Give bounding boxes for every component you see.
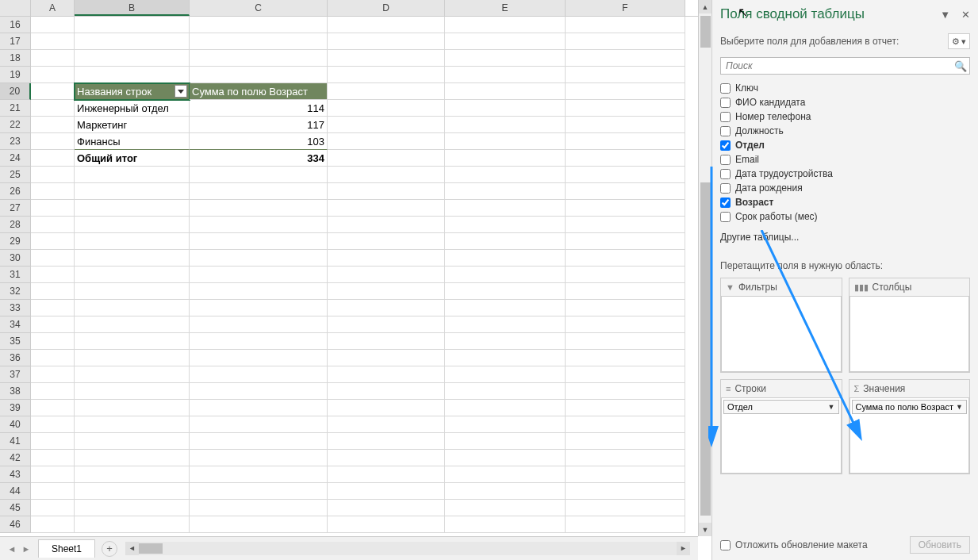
cell-C39[interactable] — [190, 400, 328, 416]
row-header-20[interactable]: 20 — [0, 83, 31, 100]
field-item-0[interactable]: Ключ — [720, 81, 970, 95]
cell-C19[interactable] — [190, 67, 328, 83]
cell-A26[interactable] — [31, 183, 75, 200]
cell-C32[interactable] — [190, 283, 328, 300]
cell-F30[interactable] — [566, 250, 685, 267]
cell-F29[interactable] — [566, 233, 685, 250]
cell-B22[interactable]: Маркетинг — [75, 117, 190, 133]
cell-B37[interactable] — [75, 366, 190, 383]
row-header-26[interactable]: 26 — [0, 183, 31, 200]
scroll-thumb[interactable] — [700, 16, 711, 48]
cell-C38[interactable] — [190, 383, 328, 400]
cell-E39[interactable] — [445, 400, 566, 416]
pivot-rowlabels-dropdown[interactable] — [175, 85, 187, 98]
horizontal-scrollbar[interactable]: ◄ ► — [125, 542, 690, 555]
cell-C31[interactable] — [190, 267, 328, 283]
field-checkbox-8[interactable] — [720, 198, 731, 208]
cell-F21[interactable] — [566, 100, 685, 117]
cell-B39[interactable] — [75, 400, 190, 416]
cell-A31[interactable] — [31, 267, 75, 283]
cell-F24[interactable] — [566, 150, 685, 167]
cell-C40[interactable] — [190, 416, 328, 433]
field-checkbox-5[interactable] — [720, 155, 731, 165]
cell-C33[interactable] — [190, 300, 328, 316]
cell-C24[interactable]: 334 — [190, 150, 328, 167]
hscroll-right-icon[interactable]: ► — [677, 542, 690, 555]
field-item-9[interactable]: Срок работы (мес) — [720, 209, 970, 224]
scroll-up-icon[interactable]: ▲ — [699, 0, 711, 13]
field-checkbox-7[interactable] — [720, 183, 731, 194]
cell-B45[interactable] — [75, 500, 190, 516]
cell-F32[interactable] — [566, 283, 685, 300]
panel-close-icon[interactable]: ✕ — [961, 9, 970, 21]
search-icon[interactable]: 🔍 — [952, 58, 969, 74]
cell-C44[interactable] — [190, 483, 328, 500]
row-header-16[interactable]: 16 — [0, 17, 31, 33]
hscroll-left-icon[interactable]: ◄ — [125, 542, 139, 555]
row-header-25[interactable]: 25 — [0, 167, 31, 183]
defer-checkbox-input[interactable] — [720, 540, 731, 550]
cell-A41[interactable] — [31, 433, 75, 450]
cell-D35[interactable] — [328, 333, 445, 350]
row-header-44[interactable]: 44 — [0, 483, 31, 500]
cell-C23[interactable]: 103 — [190, 133, 328, 150]
cell-B24[interactable]: Общий итог — [75, 150, 190, 167]
field-item-7[interactable]: Дата рождения — [720, 181, 970, 195]
cell-B29[interactable] — [75, 233, 190, 250]
cell-C20[interactable]: Сумма по полю Возраст — [190, 83, 328, 100]
row-header-36[interactable]: 36 — [0, 350, 31, 366]
cell-A16[interactable] — [31, 17, 75, 33]
cell-D39[interactable] — [328, 400, 445, 416]
cell-E28[interactable] — [445, 217, 566, 233]
field-checkbox-4[interactable] — [720, 140, 731, 151]
cell-B19[interactable] — [75, 67, 190, 83]
cell-D23[interactable] — [328, 133, 445, 150]
cell-F28[interactable] — [566, 217, 685, 233]
field-search-box[interactable]: 🔍 — [720, 57, 970, 75]
scroll-thumb-2[interactable] — [700, 182, 711, 516]
cell-A30[interactable] — [31, 250, 75, 267]
cell-D22[interactable] — [328, 117, 445, 133]
row-header-34[interactable]: 34 — [0, 316, 31, 333]
cell-A17[interactable] — [31, 33, 75, 50]
cell-E21[interactable] — [445, 100, 566, 117]
field-checkbox-1[interactable] — [720, 98, 731, 108]
cell-E17[interactable] — [445, 33, 566, 50]
cell-A24[interactable] — [31, 150, 75, 167]
cell-A19[interactable] — [31, 67, 75, 83]
cell-F39[interactable] — [566, 400, 685, 416]
row-header-45[interactable]: 45 — [0, 500, 31, 516]
chevron-down-icon[interactable]: ▼ — [956, 403, 963, 411]
cell-A23[interactable] — [31, 133, 75, 150]
drop-zone-filters[interactable]: ▼Фильтры — [720, 278, 842, 373]
cell-F20[interactable] — [566, 83, 685, 100]
cell-D26[interactable] — [328, 183, 445, 200]
field-item-5[interactable]: Email — [720, 152, 970, 167]
cell-F46[interactable] — [566, 516, 685, 533]
cell-C45[interactable] — [190, 500, 328, 516]
vertical-scrollbar[interactable]: ▲ ▼ — [698, 0, 711, 536]
cell-A38[interactable] — [31, 383, 75, 400]
cell-E27[interactable] — [445, 200, 566, 217]
cell-F23[interactable] — [566, 133, 685, 150]
cell-A21[interactable] — [31, 100, 75, 117]
cell-D29[interactable] — [328, 233, 445, 250]
cell-A20[interactable] — [31, 83, 75, 100]
cell-E38[interactable] — [445, 383, 566, 400]
select-all-corner[interactable] — [0, 0, 31, 16]
cell-E20[interactable] — [445, 83, 566, 100]
cell-F38[interactable] — [566, 383, 685, 400]
sheet-tab-active[interactable]: Sheet1 — [38, 539, 95, 558]
cell-E36[interactable] — [445, 350, 566, 366]
cell-A32[interactable] — [31, 283, 75, 300]
row-header-19[interactable]: 19 — [0, 67, 31, 83]
cell-F34[interactable] — [566, 316, 685, 333]
cell-A43[interactable] — [31, 466, 75, 483]
field-checkbox-9[interactable] — [720, 212, 731, 222]
cell-E26[interactable] — [445, 183, 566, 200]
cell-C37[interactable] — [190, 366, 328, 383]
cell-A34[interactable] — [31, 316, 75, 333]
cell-E16[interactable] — [445, 17, 566, 33]
cell-B34[interactable] — [75, 316, 190, 333]
cell-F25[interactable] — [566, 167, 685, 183]
